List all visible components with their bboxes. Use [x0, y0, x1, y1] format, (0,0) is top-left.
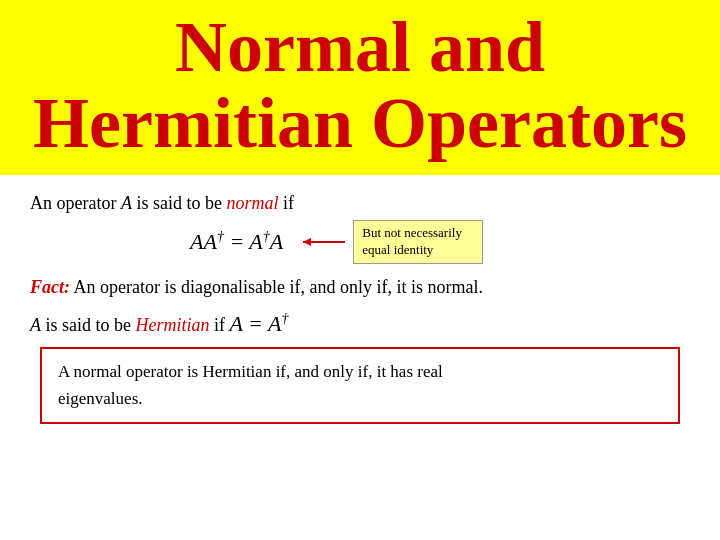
hermitian-var-A: A	[30, 315, 41, 335]
normal-keyword: normal	[226, 193, 278, 213]
fact-line: Fact: An operator is diagonalisable if, …	[30, 274, 690, 301]
hermitian-keyword: Hermitian	[136, 315, 210, 335]
page-title: Normal and Hermitian Operators	[20, 10, 700, 161]
main-content: An operator A is said to be normal if AA…	[0, 175, 720, 442]
callout-box: But not necessarily equal identity	[353, 220, 483, 264]
arrow-icon	[301, 233, 349, 251]
bottom-theorem-box: A normal operator is Hermitian if, and o…	[40, 347, 680, 424]
fact-label: Fact:	[30, 277, 70, 297]
variable-A: A	[121, 193, 132, 213]
normal-definition-line: An operator A is said to be normal if	[30, 193, 690, 214]
callout-group: But not necessarily equal identity	[301, 220, 483, 264]
hermitian-equation: A = A†	[230, 311, 289, 336]
svg-marker-1	[303, 238, 311, 246]
header-section: Normal and Hermitian Operators	[0, 0, 720, 175]
equation-formula: AA† = A†A	[190, 229, 283, 255]
equation-row: AA† = A†A But not necessarily equal iden…	[30, 220, 690, 264]
equation-block: AA† = A†A	[190, 229, 283, 255]
hermitian-definition-line: A is said to be Hermitian if A = A†	[30, 311, 690, 337]
